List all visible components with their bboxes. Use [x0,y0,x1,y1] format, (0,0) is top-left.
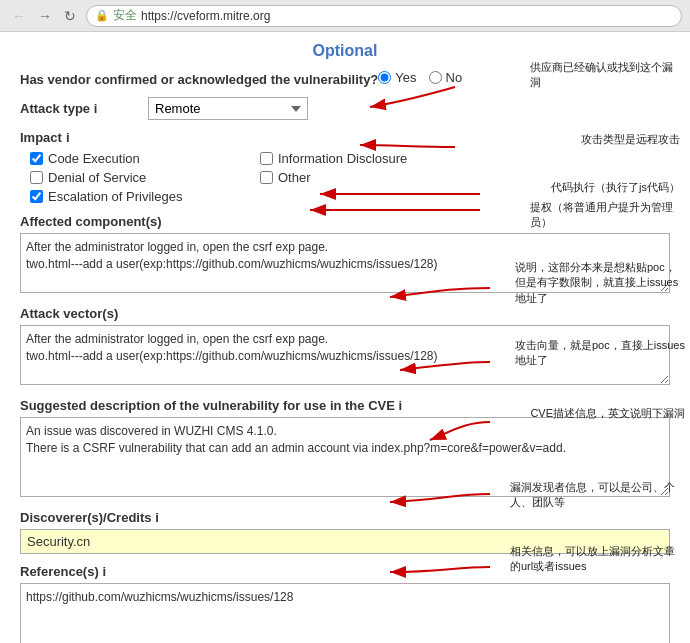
yes-radio-label[interactable]: Yes [378,70,416,85]
discoverer-title: Discoverer(s)/Credits i [20,510,670,525]
url-text: https://cveform.mitre.org [141,9,270,23]
annotation-affected: 说明，这部分本来是想粘贴poc，但是有字数限制，就直接上issues地址了 [515,260,685,306]
reference-section: Reference(s) i https://github.com/wuzhic… [20,564,670,643]
annotation-attack: 攻击类型是远程攻击 [581,132,680,147]
reference-textarea[interactable]: https://github.com/wuzhicms/wuzhicms/iss… [20,583,670,643]
checkbox-other[interactable] [260,171,273,184]
vendor-label: Has vendor confirmed or acknowledged the… [20,70,378,87]
annotation-vendor: 供应商已经确认或找到这个漏洞 [530,60,680,91]
back-button[interactable]: ← [8,6,30,26]
checkbox-privesc[interactable] [30,190,43,203]
check-info-disc[interactable]: Information Disclosure [260,151,480,166]
checkbox-dos[interactable] [30,171,43,184]
address-bar: 🔒 安全 https://cveform.mitre.org [86,5,682,27]
impact-title: Impact i [20,130,670,145]
check-privesc[interactable]: Escalation of Privileges [30,189,250,204]
impact-info-icon[interactable]: i [66,130,70,145]
browser-bar: ← → ↻ 🔒 安全 https://cveform.mitre.org [0,0,690,32]
check-dos[interactable]: Denial of Service [30,170,250,185]
attack-type-row: Attack type i Remote Local Physical [20,97,670,120]
check-code-exec[interactable]: Code Execution [30,151,250,166]
attack-vector-title: Attack vector(s) [20,306,670,321]
protocol-label: 安全 [113,7,137,24]
check-other[interactable]: Other [260,170,480,185]
suggested-info-icon[interactable]: i [399,398,403,413]
yes-radio[interactable] [378,71,391,84]
forward-button[interactable]: → [34,6,56,26]
attack-type-label: Attack type i [20,101,140,116]
checkbox-code-exec[interactable] [30,152,43,165]
discoverer-info-icon[interactable]: i [155,510,159,525]
impact-checkboxes: Code Execution Information Disclosure De… [30,151,670,204]
annotation-code-exec: 代码执行（执行了js代码） [551,180,680,195]
attack-type-select[interactable]: Remote Local Physical [148,97,308,120]
no-radio-label[interactable]: No [429,70,463,85]
lock-icon: 🔒 [95,9,109,22]
reference-info-icon[interactable]: i [102,564,106,579]
annotation-discoverer: 漏洞发现者信息，可以是公司、个人、团队等 [510,480,685,511]
attack-info-icon[interactable]: i [94,101,98,116]
vendor-radio-group: Yes No [378,70,462,85]
annotation-reference: 相关信息，可以放上漏洞分析文章的url或者issues [510,544,685,575]
annotation-attack-vec: 攻击向量，就是poc，直接上issues地址了 [515,338,685,369]
main-content: Optional 供应商已经确认或找到这个漏洞 Has vendor confi… [0,32,690,643]
checkbox-info-disc[interactable] [260,152,273,165]
annotation-cve-desc: CVE描述信息，英文说明下漏洞 [530,406,685,421]
browser-nav: ← → ↻ [8,6,80,26]
no-radio[interactable] [429,71,442,84]
refresh-button[interactable]: ↻ [60,6,80,26]
browser-chrome: ← → ↻ 🔒 安全 https://cveform.mitre.org [0,0,690,32]
annotation-privilege: 提权（将普通用户提升为管理员） [530,200,680,231]
section-title: Optional [20,42,670,60]
